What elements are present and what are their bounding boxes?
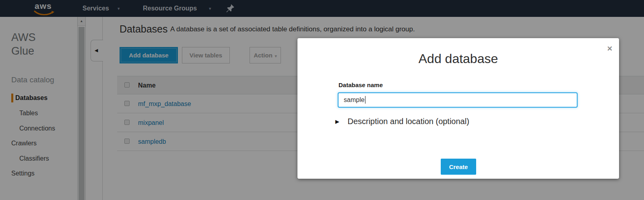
description-location-toggle[interactable]: ▶ Description and location (optional)	[335, 117, 469, 126]
description-location-label: Description and location (optional)	[347, 117, 469, 126]
add-database-modal: ✕ Add database Database name sample ▶ De…	[297, 38, 619, 179]
database-name-label: Database name	[339, 82, 383, 88]
database-name-value: sample	[344, 96, 365, 103]
aws-glue-console: aws Services ▾ Resource Groups ▾ AWS Glu…	[0, 0, 644, 200]
database-name-input[interactable]: sample	[338, 92, 578, 108]
disclosure-right-icon: ▶	[335, 118, 339, 124]
text-cursor-icon	[365, 96, 365, 104]
modal-title: Add database	[297, 51, 619, 66]
create-button[interactable]: Create	[441, 159, 476, 175]
